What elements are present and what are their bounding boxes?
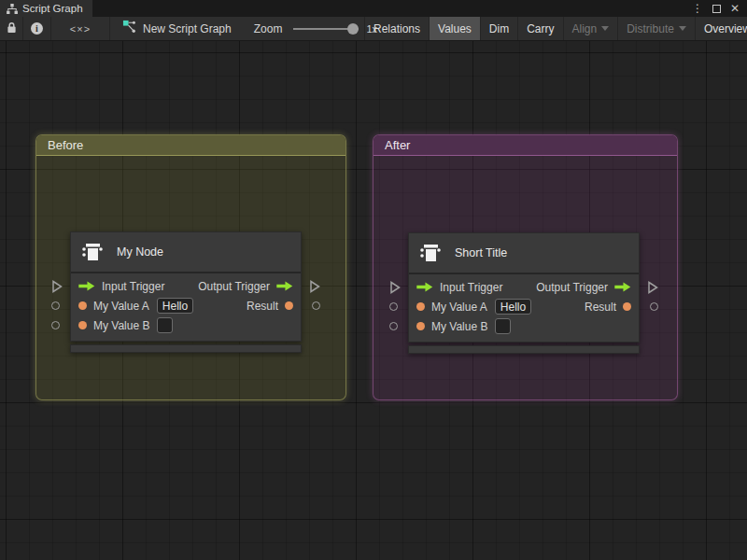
node-footer: [70, 344, 302, 353]
value-inlet-icon[interactable]: [389, 322, 398, 330]
flow-out-port-icon[interactable]: [276, 281, 293, 291]
group-header[interactable]: Before: [36, 135, 345, 156]
value-b-input[interactable]: [157, 317, 173, 333]
toolbar-middle: New Script Graph Zoom 1x: [110, 17, 364, 40]
flow-in-port-icon[interactable]: [78, 281, 95, 291]
node-footer: [408, 345, 640, 354]
flow-inlet-icon[interactable]: [51, 280, 63, 293]
maximize-icon[interactable]: [712, 5, 721, 13]
port-row-trigger: Input Trigger Output Trigger: [71, 276, 301, 296]
carry-button[interactable]: Carry: [517, 17, 562, 40]
node-body: Input Trigger Output Trigger My Value A …: [409, 274, 639, 342]
port-label: Input Trigger: [440, 281, 502, 294]
value-inlet-icon[interactable]: [51, 301, 60, 310]
port-label: My Value B: [431, 320, 487, 333]
node-short-title[interactable]: Short Title Input Trigger Output Trigger: [408, 232, 640, 354]
value-in-port-icon[interactable]: [78, 321, 87, 329]
close-icon[interactable]: ✕: [730, 3, 740, 14]
graph-title: New Script Graph: [143, 22, 232, 35]
code-icon: <×>: [70, 23, 91, 35]
chevron-down-icon: [679, 26, 686, 31]
group-label: Before: [48, 138, 83, 152]
value-b-input[interactable]: [495, 318, 511, 334]
graph-toolbar: i <×> New Script Graph Zoom 1x Relations…: [0, 17, 747, 41]
port-label: Result: [247, 300, 278, 313]
port-row-value-a: My Value A Hello Result: [71, 296, 301, 315]
port-label: My Value A: [93, 300, 149, 313]
window-controls: ⋮ ✕: [692, 0, 747, 17]
value-inlet-icon[interactable]: [51, 321, 60, 329]
node-header[interactable]: Short Title: [409, 233, 639, 274]
value-a-input[interactable]: Hello: [495, 299, 531, 315]
node-header[interactable]: My Node: [71, 232, 301, 273]
value-in-port-icon[interactable]: [416, 322, 425, 330]
value-out-port-icon[interactable]: [623, 302, 631, 311]
tab-title: Script Graph: [22, 3, 83, 14]
port-label: Result: [585, 301, 616, 314]
value-a-input[interactable]: Hello: [157, 298, 193, 314]
flow-inlet-icon[interactable]: [389, 281, 401, 294]
value-out-port-icon[interactable]: [285, 301, 293, 310]
port-label: Input Trigger: [102, 280, 164, 293]
value-outlet-icon[interactable]: [650, 302, 658, 311]
lock-icon: [7, 21, 17, 37]
zoom-label: Zoom: [254, 22, 283, 35]
port-label: Output Trigger: [536, 281, 608, 294]
port-row-trigger: Input Trigger Output Trigger: [409, 277, 639, 297]
relations-button[interactable]: Relations: [364, 17, 429, 40]
lock-button[interactable]: [0, 17, 23, 40]
flow-in-port-icon[interactable]: [416, 282, 433, 292]
align-dropdown[interactable]: Align: [563, 17, 618, 40]
flow-out-port-icon[interactable]: [614, 282, 631, 292]
new-graph-icon: [122, 20, 136, 37]
tab-script-graph[interactable]: Script Graph: [0, 0, 92, 17]
zoom-slider[interactable]: [293, 23, 359, 35]
node-title: Short Title: [455, 246, 507, 259]
values-button[interactable]: Values: [429, 17, 480, 40]
group-label: After: [385, 138, 410, 152]
inspect-button[interactable]: i: [23, 17, 51, 40]
graph-canvas[interactable]: Before After My Node: [0, 41, 747, 560]
node-card[interactable]: Short Title Input Trigger Output Trigger: [408, 232, 640, 343]
unit-icon: [418, 241, 443, 265]
port-label: My Value A: [431, 301, 487, 314]
unit-icon: [80, 240, 105, 264]
distribute-dropdown[interactable]: Distribute: [617, 17, 695, 40]
value-inlet-icon[interactable]: [389, 302, 398, 311]
value-in-port-icon[interactable]: [416, 302, 425, 311]
zoom-slider-handle[interactable]: [347, 23, 359, 35]
node-body: Input Trigger Output Trigger My Value A …: [71, 273, 301, 341]
port-row-value-b: My Value B: [409, 316, 639, 336]
node-title: My Node: [117, 245, 163, 259]
flow-outlet-icon[interactable]: [309, 280, 320, 293]
port-label: Output Trigger: [198, 280, 270, 293]
node-my-node[interactable]: My Node Input Trigger Output Trigger: [70, 231, 302, 353]
port-row-value-b: My Value B: [71, 315, 301, 335]
group-header[interactable]: After: [374, 135, 677, 156]
value-in-port-icon[interactable]: [78, 301, 87, 310]
window-menu-icon[interactable]: ⋮: [692, 3, 703, 14]
info-icon: i: [31, 22, 43, 35]
chevron-down-icon: [601, 26, 609, 31]
overview-button[interactable]: Overview: [695, 17, 747, 40]
port-row-value-a: My Value A Hello Result: [409, 297, 639, 316]
node-card[interactable]: My Node Input Trigger Output Trigger: [70, 231, 302, 342]
toolbar-buttons: Relations Values Dim Carry Align Distrib…: [364, 17, 747, 40]
dim-button[interactable]: Dim: [480, 17, 517, 40]
script-graph-window: Script Graph ⋮ ✕ i <×> New Script Graph …: [0, 0, 747, 560]
code-view-button[interactable]: <×>: [51, 17, 110, 40]
flow-outlet-icon[interactable]: [647, 281, 658, 294]
tab-bar: Script Graph ⋮ ✕: [0, 0, 747, 17]
hierarchy-icon: [7, 4, 18, 14]
port-label: My Value B: [93, 319, 149, 332]
value-outlet-icon[interactable]: [312, 301, 320, 310]
